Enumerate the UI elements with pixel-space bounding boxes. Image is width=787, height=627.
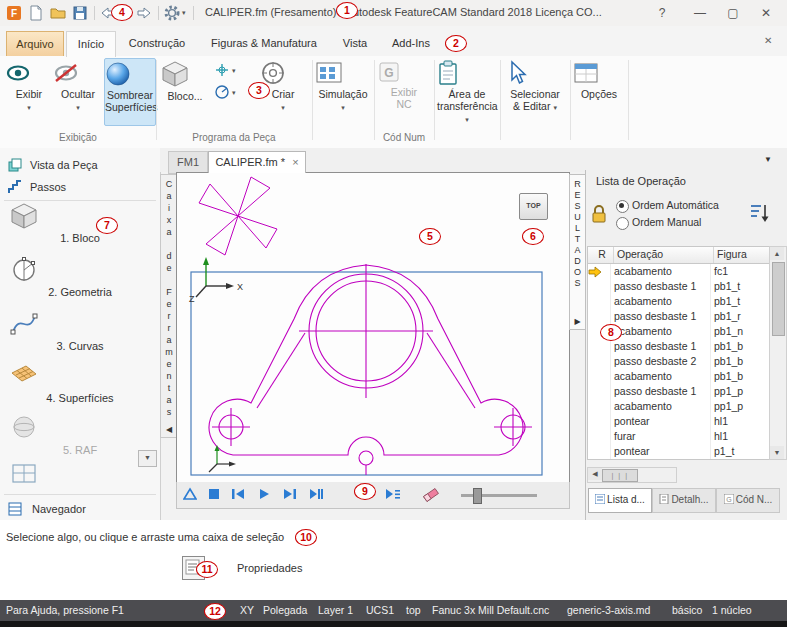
sidebar-item-navegador[interactable]: Navegador: [0, 498, 160, 520]
operation-row[interactable]: acabamentofc1: [588, 264, 770, 279]
skip-to-end-button[interactable]: [283, 487, 299, 503]
scrollbar-thumb[interactable]: ❘❘❘: [602, 469, 638, 482]
col-header-figura[interactable]: Figura: [714, 247, 770, 263]
tab-inicio[interactable]: Início: [66, 31, 116, 57]
tab-construcao[interactable]: Construção: [118, 31, 196, 56]
new-document-icon[interactable]: [28, 5, 44, 21]
tab-figuras-manufatura[interactable]: Figuras & Manufatura: [200, 31, 328, 56]
fast-forward-button[interactable]: [309, 487, 325, 503]
dropdown-arrow-icon[interactable]: ▾: [232, 89, 236, 97]
ribbon-group-codnum: G Exibir NC Cód Num: [376, 56, 432, 148]
status-mode[interactable]: básico: [672, 604, 702, 616]
stop-button[interactable]: [207, 487, 223, 503]
status-ucs[interactable]: UCS1: [366, 604, 394, 616]
slider-thumb[interactable]: [473, 488, 482, 504]
panel-tab-lista[interactable]: Lista d...: [588, 488, 652, 513]
eraser-button[interactable]: [423, 487, 439, 503]
status-view[interactable]: top: [406, 604, 421, 616]
doc-tab-caliper[interactable]: CALIPER.fm * ×: [208, 151, 306, 173]
operation-row[interactable]: passo desbaste 1pb1_r: [588, 309, 770, 324]
opcoes-button[interactable]: Opções: [573, 60, 625, 100]
ocultar-button[interactable]: Ocultar ▾: [54, 60, 102, 112]
mini-sketch-button[interactable]: [214, 62, 230, 78]
step-extra-partial[interactable]: [10, 462, 150, 486]
scrollbar-thumb[interactable]: [772, 262, 785, 336]
help-button[interactable]: ?: [648, 0, 676, 26]
scroll-up-icon[interactable]: ▲: [770, 247, 784, 260]
sidebar-item-passos[interactable]: Passos: [0, 176, 160, 198]
dropdown-arrow-icon[interactable]: ▾: [232, 67, 236, 75]
operation-row[interactable]: acabamentopp1_p: [588, 399, 770, 414]
status-layer[interactable]: Layer 1: [318, 604, 353, 616]
settings-gear-icon[interactable]: [164, 5, 180, 21]
results-collapsed-strip[interactable]: RESULTADOS ▶: [569, 174, 586, 330]
step-superficies[interactable]: 4. Superfícies: [10, 362, 150, 404]
operation-row[interactable]: passo desbaste 2pb1_b: [588, 354, 770, 369]
step-bloco[interactable]: 1. Bloco: [10, 202, 150, 244]
skip-to-start-button[interactable]: [231, 487, 247, 503]
operations-table-header[interactable]: R Operação Figura: [588, 247, 770, 264]
close-button[interactable]: ✕: [752, 0, 780, 26]
step-curvas[interactable]: 3. Curvas: [10, 310, 150, 352]
col-header-operacao[interactable]: Operação: [614, 247, 714, 263]
sombrear-superficies-button[interactable]: Sombrear Superfícies: [104, 58, 156, 126]
operation-row[interactable]: passo desbaste 1pp1_p: [588, 384, 770, 399]
selecionar-editar-button[interactable]: Selecionar & Editar ▾: [503, 60, 567, 112]
lock-icon[interactable]: [591, 204, 607, 224]
doc-tab-close-icon[interactable]: ×: [292, 156, 298, 168]
tab-addins[interactable]: Add-Ins: [382, 31, 440, 56]
simulacao-button[interactable]: Simulação ▾: [315, 60, 371, 112]
panel-tab-codigo-nc[interactable]: GCód N...: [716, 488, 780, 513]
ribbon-collapse-button[interactable]: ✕: [764, 35, 772, 46]
radio-ordem-manual[interactable]: [616, 217, 629, 230]
step-raf[interactable]: 5. RAF: [10, 414, 150, 456]
status-xy[interactable]: XY: [240, 604, 254, 616]
operations-scrollbar-vertical[interactable]: ▲ ▼: [769, 246, 787, 460]
col-header-r[interactable]: R: [588, 247, 614, 263]
maximize-button[interactable]: ▢: [719, 0, 747, 26]
drawing-viewport[interactable]: X Z TOP: [176, 172, 570, 484]
tab-vista[interactable]: Vista: [332, 31, 378, 56]
steps-expand-button[interactable]: ▼: [138, 450, 157, 467]
bloco-button[interactable]: Bloco...: [160, 60, 210, 102]
exibir-nc-button[interactable]: G Exibir NC: [378, 60, 430, 110]
scroll-left-icon[interactable]: ◀: [588, 468, 602, 480]
dropdown-arrow-icon[interactable]: ▾: [182, 9, 186, 17]
doc-tab-fm1[interactable]: FM1: [168, 151, 208, 174]
status-machine-design[interactable]: generic-3-axis.md: [567, 604, 650, 616]
radio-ordem-automatica[interactable]: [616, 200, 629, 213]
mini-dimension-button[interactable]: [214, 84, 230, 100]
operation-row[interactable]: acabamentopb1_t: [588, 294, 770, 309]
panel-tab-detalhes[interactable]: Detalh...: [652, 488, 716, 513]
operation-row[interactable]: furarhl1: [588, 429, 770, 444]
sort-order-icon[interactable]: [750, 202, 770, 224]
open-file-icon[interactable]: [50, 5, 66, 21]
sidebar-item-vista-da-peca[interactable]: Vista da Peça: [0, 154, 160, 176]
status-units[interactable]: Polegada: [263, 604, 307, 616]
area-transferencia-button[interactable]: Área de transferência ▾: [437, 60, 497, 124]
dropdown-arrow-icon: ▾: [27, 104, 31, 111]
operation-row[interactable]: passo desbaste 1pb1_b: [588, 339, 770, 354]
operation-row[interactable]: passo desbaste 1pb1_t: [588, 279, 770, 294]
scroll-down-icon[interactable]: ▼: [770, 446, 784, 459]
operations-scrollbar-horizontal[interactable]: ◀ ❘❘❘: [587, 467, 677, 483]
top-view-button[interactable]: TOP: [519, 193, 548, 220]
forward-icon[interactable]: [136, 5, 152, 21]
operation-row[interactable]: pontearp1_t: [588, 444, 770, 459]
tab-arquivo[interactable]: Arquivo: [6, 31, 64, 58]
step-geometria[interactable]: 2. Geometria: [10, 256, 150, 298]
play-to-next-operation-button[interactable]: [385, 487, 401, 503]
collapse-left-icon[interactable]: ◀: [161, 425, 177, 434]
operation-list-title: Lista de Operação: [596, 175, 686, 187]
status-cores[interactable]: 1 núcleo: [712, 604, 752, 616]
minimize-button[interactable]: —: [686, 0, 714, 26]
status-postprocessor[interactable]: Fanuc 3x Mill Default.cnc: [432, 604, 549, 616]
tab-list-dropdown-icon[interactable]: ▼: [764, 155, 772, 164]
save-icon[interactable]: [72, 5, 88, 21]
play-button[interactable]: [257, 487, 273, 503]
operation-row[interactable]: acabamentopb1_b: [588, 369, 770, 384]
exibir-button[interactable]: Exibir ▾: [6, 60, 52, 112]
expand-right-icon[interactable]: ▶: [570, 317, 585, 326]
single-step-button[interactable]: [183, 487, 199, 503]
operation-row[interactable]: pontearhl1: [588, 414, 770, 429]
